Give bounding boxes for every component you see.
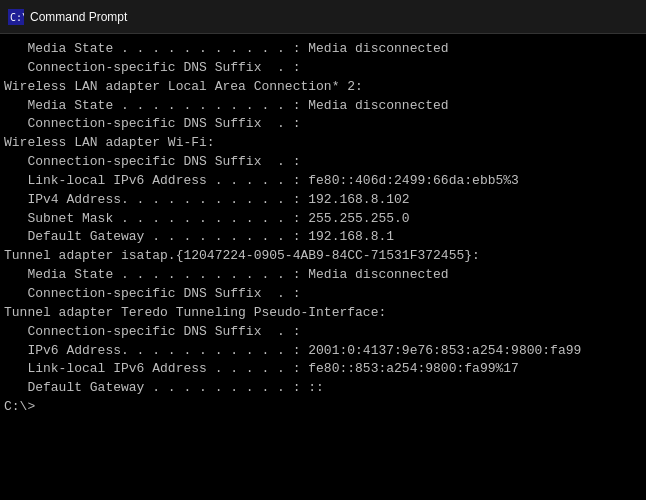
app-icon: C:\ <box>8 9 24 25</box>
terminal-line: Connection-specific DNS Suffix . : <box>4 115 642 134</box>
terminal-line: IPv6 Address. . . . . . . . . . . : 2001… <box>4 342 642 361</box>
terminal-line: Connection-specific DNS Suffix . : <box>4 285 642 304</box>
terminal-line: IPv4 Address. . . . . . . . . . . : 192.… <box>4 191 642 210</box>
terminal-line: Link-local IPv6 Address . . . . . : fe80… <box>4 360 642 379</box>
svg-text:C:\: C:\ <box>10 12 24 23</box>
terminal-line: Connection-specific DNS Suffix . : <box>4 59 642 78</box>
terminal-line: Default Gateway . . . . . . . . . : 192.… <box>4 228 642 247</box>
terminal-line: Default Gateway . . . . . . . . . : :: <box>4 379 642 398</box>
title-bar: C:\ Command Prompt <box>0 0 646 34</box>
terminal-line: Subnet Mask . . . . . . . . . . . : 255.… <box>4 210 642 229</box>
terminal-body[interactable]: Media State . . . . . . . . . . . : Medi… <box>0 34 646 500</box>
terminal-line: Media State . . . . . . . . . . . : Medi… <box>4 97 642 116</box>
terminal-line: Wireless LAN adapter Wi-Fi: <box>4 134 642 153</box>
terminal-line: Connection-specific DNS Suffix . : <box>4 153 642 172</box>
terminal-line: Link-local IPv6 Address . . . . . : fe80… <box>4 172 642 191</box>
terminal-line: Connection-specific DNS Suffix . : <box>4 323 642 342</box>
terminal-line: Tunnel adapter Teredo Tunneling Pseudo-I… <box>4 304 642 323</box>
terminal-line: Media State . . . . . . . . . . . : Medi… <box>4 266 642 285</box>
terminal-line: Media State . . . . . . . . . . . : Medi… <box>4 40 642 59</box>
terminal-line: C:\> <box>4 398 642 417</box>
terminal-line: Wireless LAN adapter Local Area Connecti… <box>4 78 642 97</box>
window-title: Command Prompt <box>30 10 127 24</box>
terminal-line: Tunnel adapter isatap.{12047224-0905-4AB… <box>4 247 642 266</box>
